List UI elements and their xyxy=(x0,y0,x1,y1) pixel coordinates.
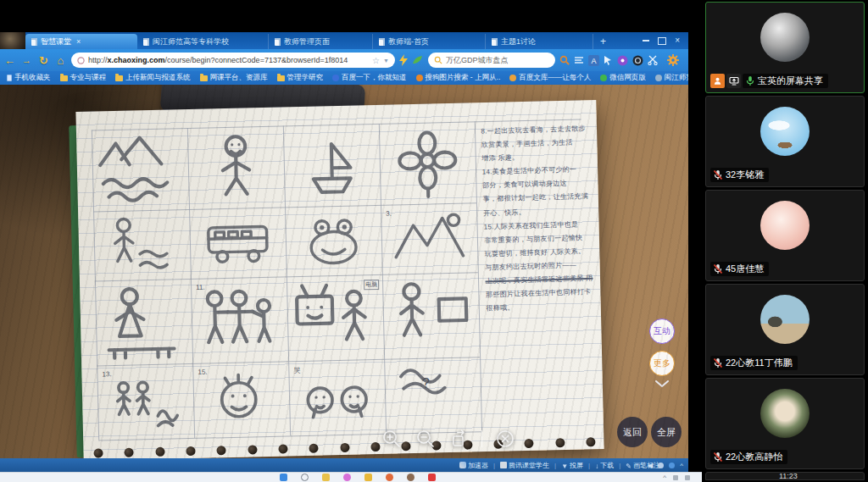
screen-share-icon xyxy=(726,74,741,88)
minimize-button[interactable] xyxy=(643,40,649,42)
game-center-icon[interactable] xyxy=(412,55,424,65)
svg-text:A: A xyxy=(591,57,596,65)
rocket-icon xyxy=(459,462,466,468)
browser-tab-active[interactable]: 智慧课堂 × xyxy=(25,34,137,49)
qq-music-icon[interactable] xyxy=(617,55,628,66)
browser-profile-avatar[interactable] xyxy=(0,32,25,49)
doodle-question-mark: ？ xyxy=(386,360,480,429)
screenshot-scissors-icon[interactable] xyxy=(648,55,658,65)
mouse-gesture-icon[interactable] xyxy=(604,56,613,65)
participant-tile-partial[interactable]: 11:23 xyxy=(705,472,865,480)
doodle-family: 11. xyxy=(192,280,287,359)
back-icon[interactable]: ← xyxy=(3,54,16,67)
close-button[interactable]: × xyxy=(675,36,680,45)
site-safety-icon xyxy=(77,57,85,64)
refresh-icon[interactable]: ↻ xyxy=(37,54,50,67)
bookmark-item[interactable]: 微信网页版 xyxy=(600,73,646,83)
participant-tile[interactable]: 32李铭雅 xyxy=(705,96,865,187)
bookmark-item[interactable]: 上传新闻与报道系统 xyxy=(115,73,191,83)
bookmark-item[interactable]: 闽江师范高等专科学校 xyxy=(655,73,688,83)
more-button[interactable]: 更多 xyxy=(649,351,675,376)
toolbar-divider xyxy=(481,430,482,447)
settings-gear-icon[interactable] xyxy=(667,54,679,66)
close-viewer-icon[interactable] xyxy=(493,427,516,450)
tab-label: 主题1讨论 xyxy=(501,36,536,47)
maximize-button[interactable] xyxy=(658,37,666,45)
handwritten-notes: 8.一起出去玩去看海，去走去散步 欣赏美景，手画生活，为生活 增添 乐趣。 14… xyxy=(481,122,593,316)
bookmark-item[interactable]: 百度文库——让每个人 xyxy=(509,73,591,83)
tray-caret-icon[interactable]: ^ xyxy=(663,474,666,481)
statusbar-item-class[interactable]: 腾讯课堂学生 xyxy=(500,461,549,470)
participant-tile[interactable]: 45唐佳慧 xyxy=(705,190,865,281)
reader-mode-icon[interactable]: A xyxy=(588,55,599,66)
address-bar[interactable]: http://x.chaoxing.com/course/begin?conne… xyxy=(71,53,395,68)
bookmark-item[interactable]: 专业与课程 xyxy=(60,73,107,83)
browser-tab[interactable]: 教师管理页面 xyxy=(269,34,373,49)
app-icon[interactable] xyxy=(407,474,415,481)
search-circle-icon[interactable] xyxy=(301,474,309,481)
participant-tile[interactable]: 22心教高静怡 xyxy=(705,378,865,469)
doodle-sad-person xyxy=(189,130,283,206)
bookmark-item[interactable]: 手机收藏夹 xyxy=(7,73,51,83)
participant-name: 45唐佳慧 xyxy=(726,263,764,275)
doodle-round-face: 15. xyxy=(194,364,288,434)
tray-icon[interactable] xyxy=(673,475,678,480)
lightning-icon[interactable] xyxy=(399,54,408,66)
dropdown-caret-icon[interactable]: ▼ xyxy=(383,58,389,64)
people-icon[interactable] xyxy=(658,463,664,468)
participants-panel: 宝英的屏幕共享 32李铭雅 45唐佳慧 22心教11丁伟鹏 xyxy=(702,0,868,482)
browser-tab[interactable]: 主题1讨论 xyxy=(486,34,593,49)
tab-close-icon[interactable]: × xyxy=(76,37,81,46)
bookmarks-bar: 手机收藏夹 专业与课程 上传新闻与报道系统 网课平台、资源库 管理学研究 百度一… xyxy=(0,71,688,85)
collapse-chevron-icon[interactable] xyxy=(653,378,671,390)
zoom-out-icon[interactable] xyxy=(414,427,437,450)
translate-icon[interactable] xyxy=(574,56,584,64)
tab-label: 闽江师范高等专科学校 xyxy=(153,36,229,47)
new-tab-button[interactable]: + xyxy=(593,34,613,49)
statusbar-item-accelerator[interactable]: 加速器 xyxy=(459,461,488,470)
app-icon[interactable] xyxy=(364,474,372,481)
return-button[interactable]: 返回 xyxy=(617,417,648,447)
browser-tab[interactable]: 闽江师范高等专科学校 xyxy=(137,34,269,49)
participant-name: 22心教11丁伟鹏 xyxy=(726,357,793,369)
statusbar-item-cast[interactable]: ▼投屏 xyxy=(561,461,583,470)
doodle-label: 15. xyxy=(198,368,207,376)
bookmark-item[interactable]: 百度一下，你就知道 xyxy=(332,73,407,83)
rotate-icon[interactable] xyxy=(448,427,470,450)
forward-icon[interactable]: → xyxy=(20,55,33,65)
folder-icon xyxy=(115,75,123,81)
doodle-label: ？ xyxy=(419,374,434,393)
system-tray: ^ xyxy=(663,474,690,481)
search-box[interactable]: 万亿GDP城市盘点 xyxy=(428,53,555,68)
favorite-star-icon[interactable]: ☆ xyxy=(372,56,380,65)
browser-tab[interactable]: 教师端-首页 xyxy=(373,34,486,49)
caret-up-icon[interactable]: ^ xyxy=(680,462,683,469)
app-icon[interactable] xyxy=(343,474,351,481)
site-dot-icon xyxy=(655,75,662,81)
home-icon[interactable]: ⌂ xyxy=(54,54,67,67)
night-mode-icon[interactable] xyxy=(632,55,643,66)
zoom-in-icon[interactable] xyxy=(380,427,403,450)
search-button-icon[interactable] xyxy=(559,55,570,65)
baidu-icon xyxy=(332,75,339,81)
doodle-lady-bench xyxy=(97,282,191,362)
bookmark-item[interactable]: 管理学研究 xyxy=(277,73,324,83)
qq-browser-window: 智慧课堂 × 闽江师范高等专科学校 教师管理页面 教师端-首页 主题 xyxy=(0,32,688,472)
statusbar-item-download[interactable]: ↓下载 xyxy=(595,461,614,470)
file-explorer-icon[interactable] xyxy=(322,474,330,481)
speaker-icon[interactable]: ◀ xyxy=(648,462,653,469)
app-icon[interactable] xyxy=(386,474,393,481)
windows-taskbar: ^ xyxy=(0,472,702,482)
bookmark-item[interactable]: 网课平台、资源库 xyxy=(200,73,268,83)
tray-icon[interactable] xyxy=(685,475,690,480)
page-favicon-icon xyxy=(275,38,281,46)
bookmark-item[interactable]: 搜狗图片搜索 - 上网从.. xyxy=(416,73,501,83)
app-icon[interactable] xyxy=(428,474,436,481)
participant-tile[interactable]: 宝英的屏幕共享 xyxy=(705,2,865,93)
participant-name: 32李铭雅 xyxy=(726,169,764,181)
avatar xyxy=(760,13,810,62)
windows-start-icon[interactable] xyxy=(280,474,287,481)
interact-button[interactable]: 互动 xyxy=(649,319,675,344)
fullscreen-button[interactable]: 全屏 xyxy=(651,417,682,447)
participant-tile[interactable]: 22心教11丁伟鹏 xyxy=(705,284,865,375)
